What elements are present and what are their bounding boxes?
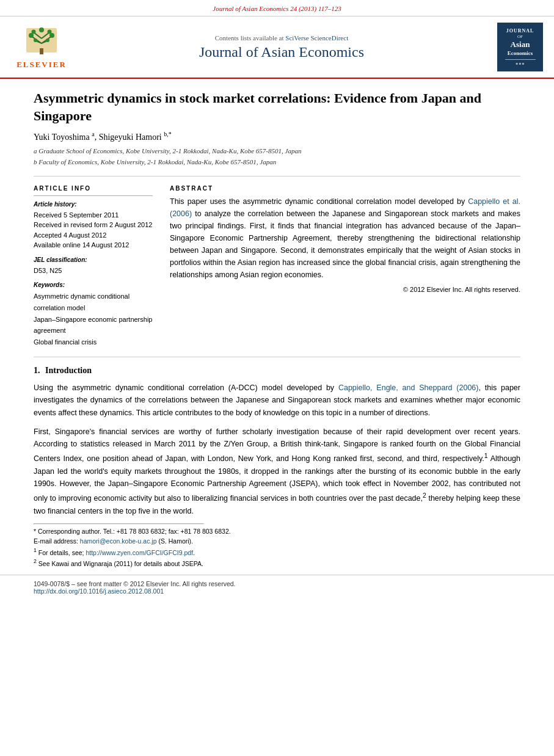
elsevier-wordmark: ELSEVIER xyxy=(16,60,67,70)
author-hamori: Shigeyuki Hamori xyxy=(99,133,162,142)
intro-para-1: Using the asymmetric dynamic conditional… xyxy=(34,382,520,420)
jel-block: JEL classification: D53, N25 xyxy=(34,256,153,276)
elsevier-logo: ELSEVIER xyxy=(11,25,72,70)
email-link[interactable]: hamori@econ.kobe-u.ac.jp xyxy=(80,537,157,545)
cappiello-sheppard-link[interactable]: Cappiello, Engle, and Sheppard (2006) xyxy=(338,383,479,392)
divider-2 xyxy=(34,357,520,357)
keyword-1: Asymmetric dynamic conditional xyxy=(34,291,153,302)
introduction-section: 1. Introduction Using the asymmetric dyn… xyxy=(34,366,520,518)
journal-reference-bar: Journal of Asian Economics 24 (2013) 117… xyxy=(0,0,554,16)
footnotes-section: * Corresponding author. Tel.: +81 78 803… xyxy=(34,523,520,569)
keyword-2: Japan–Singapore economic partnership xyxy=(34,314,153,325)
footer-bar: 1049-0078/$ – see front matter © 2012 El… xyxy=(0,575,554,598)
sciverse-line: Contents lists available at SciVerse Sci… xyxy=(72,34,491,42)
abstract-copyright: © 2012 Elsevier Inc. All rights reserved… xyxy=(170,286,520,293)
journal-header: ELSEVIER Contents lists available at Sci… xyxy=(0,16,554,79)
article-info-abstract-section: ARTICLE INFO Article history: Received 5… xyxy=(34,185,520,348)
svg-point-14 xyxy=(39,27,44,32)
author-toyoshima: Yuki Toyoshima xyxy=(34,133,90,142)
article-info-col: ARTICLE INFO Article history: Received 5… xyxy=(34,185,153,348)
svg-point-11 xyxy=(48,29,52,34)
keyword-3: Global financial crisis xyxy=(34,336,153,348)
svg-rect-1 xyxy=(40,48,43,54)
main-content: Asymmetric dynamics in stock market corr… xyxy=(0,79,554,569)
sciverse-link[interactable]: SciVerse ScienceDirect xyxy=(285,34,348,42)
history-received: Received 5 September 2011 xyxy=(34,210,153,220)
affiliation-a: a Graduate School of Economics, Kobe Uni… xyxy=(34,146,520,156)
svg-point-12 xyxy=(34,38,37,42)
history-online: Available online 14 August 2012 xyxy=(34,240,153,250)
intro-para-2: First, Singapore's financial services ar… xyxy=(34,426,520,518)
elsevier-tree-icon xyxy=(20,25,63,59)
abstract-text: This paper uses the asymmetric dynamic c… xyxy=(170,195,520,281)
footnote-email: E-mail address: hamori@econ.kobe-u.ac.jp… xyxy=(34,537,520,547)
footer-doi[interactable]: http://dx.doi.org/10.1016/j.asieco.2012.… xyxy=(34,587,520,595)
article-history: Article history: Received 5 September 20… xyxy=(34,201,153,250)
keyword-2b: agreement xyxy=(34,325,153,336)
intro-heading: 1. Introduction xyxy=(34,366,520,376)
authors-line: Yuki Toyoshima a, Shigeyuki Hamori b,* xyxy=(34,131,520,142)
intro-title: Introduction xyxy=(45,366,92,375)
footnote-star: * Corresponding author. Tel.: +81 78 803… xyxy=(34,527,520,537)
cappiello-link[interactable]: Cappiello et al. (2006) xyxy=(170,197,520,218)
paper-title: Asymmetric dynamics in stock market corr… xyxy=(34,90,520,125)
keywords-block: Keywords: Asymmetric dynamic conditional… xyxy=(34,282,153,347)
history-accepted: Accepted 4 August 2012 xyxy=(34,230,153,241)
journal-title-section: Contents lists available at SciVerse Sci… xyxy=(72,34,491,60)
svg-point-13 xyxy=(46,38,49,42)
jel-label: JEL classification: xyxy=(34,256,153,263)
journal-title: Journal of Asian Economics xyxy=(72,44,491,60)
divider-1 xyxy=(34,176,520,176)
history-label: Article history: xyxy=(34,201,153,208)
journal-cover-icon: JOURNAL OF Asian Economics ■ ■ ■ xyxy=(497,23,543,71)
intro-number: 1. xyxy=(34,366,40,375)
abstract-heading: ABSTRACT xyxy=(170,185,520,192)
keywords-label: Keywords: xyxy=(34,282,153,288)
affiliation-b: b Faculty of Economics, Kobe University,… xyxy=(34,157,520,167)
jel-codes: D53, N25 xyxy=(34,266,153,276)
footer-issn: 1049-0078/$ – see front matter © 2012 El… xyxy=(34,580,520,587)
svg-point-9 xyxy=(32,29,36,34)
keyword-1b: correlation model xyxy=(34,302,153,314)
journal-logo-box: JOURNAL OF Asian Economics ■ ■ ■ xyxy=(491,23,543,71)
zyen-link[interactable]: http://www.zyen.com/GFCI/GFCI9.pdf xyxy=(86,548,193,556)
footnote-1: 1 For details, see; http://www.zyen.com/… xyxy=(34,547,520,558)
advanced-word: advanced xyxy=(401,222,434,230)
history-revised: Received in revised form 2 August 2012 xyxy=(34,220,153,230)
footnote-2: 2 See Kawai and Wignaraja (2011) for det… xyxy=(34,558,520,569)
article-info-heading: ARTICLE INFO xyxy=(34,185,153,192)
abstract-col: ABSTRACT This paper uses the asymmetric … xyxy=(170,185,520,348)
journal-ref-text: Journal of Asian Economics 24 (2013) 117… xyxy=(213,5,341,12)
